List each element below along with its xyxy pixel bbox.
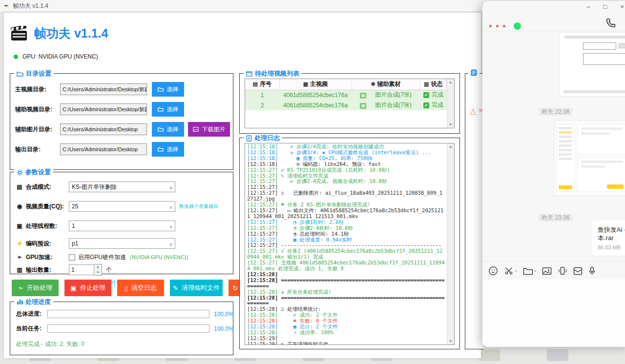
image-button[interactable] bbox=[542, 267, 552, 275]
download-images-button[interactable]: 下载图片 bbox=[188, 122, 230, 137]
scroll-up-icon[interactable]: ▲ bbox=[449, 80, 453, 84]
trash-icon: ▯ bbox=[125, 284, 128, 292]
current-task-progress-bar bbox=[47, 324, 209, 333]
close-button[interactable]: × bbox=[620, 3, 624, 11]
scroll-down-icon[interactable]: ▼ bbox=[449, 339, 453, 344]
log-line: [12:15:27] ▭ 输出文件: 4061d5885254cbec176a8… bbox=[247, 208, 445, 220]
clean-temp-files-button[interactable]: ✎清理临时文件 bbox=[170, 280, 223, 296]
rocket-icon: ➣ bbox=[18, 284, 23, 292]
clear-log-button[interactable]: ▯清空日志 bbox=[117, 280, 164, 296]
clapperboard-logo-icon bbox=[11, 26, 28, 41]
chat-window: – □ × 昨天 22:36 bbox=[482, 1, 625, 347]
gpu-accel-label: ➣GPU加速: bbox=[16, 253, 69, 262]
spin-up-icon[interactable]: ▲ bbox=[94, 264, 102, 270]
quality-icon: ◉ bbox=[16, 203, 23, 210]
log-line: [12:15:29] ✎ 正在清理临时文件... bbox=[247, 342, 445, 345]
spin-down-icon[interactable]: ▼ bbox=[94, 270, 102, 275]
table-scrollbar[interactable]: ▲▼ bbox=[447, 79, 454, 128]
overall-progress-percent: 100.0% bbox=[214, 311, 234, 318]
stop-icon: ▣ bbox=[70, 284, 76, 292]
log-scrollbar[interactable]: ▲▼ bbox=[447, 143, 454, 344]
choose-aux-image-dir-button[interactable]: 选择 bbox=[152, 122, 184, 137]
nudge-button[interactable] bbox=[558, 266, 567, 275]
threads-select[interactable]: 1˅ bbox=[69, 221, 175, 231]
warning-icon: △ bbox=[470, 107, 476, 116]
desktop: { "colors": { "accent_blue": "#1e88e5", … bbox=[0, 0, 625, 364]
log-line: [12:15:28] =============================… bbox=[247, 295, 445, 307]
chevron-down-icon: ˅ bbox=[169, 203, 172, 212]
chevron-down-icon: ˅ bbox=[169, 222, 172, 231]
overall-progress-bar bbox=[47, 310, 209, 318]
check-icon: ✔ bbox=[423, 102, 429, 108]
minimize-button[interactable]: – bbox=[586, 3, 590, 11]
table-row[interactable]: 2 4061d5885254cbec176a ▦图片合成(7张) ✔完成 bbox=[245, 100, 447, 110]
output-count-stepper[interactable]: ▲▼ bbox=[94, 264, 102, 276]
log-line: [12:15:27] ▯ 已删除图片: ai_flux_18a8a403_202… bbox=[247, 190, 445, 202]
message-history-button[interactable] bbox=[573, 267, 583, 275]
table-row[interactable]: 1 4061d5885254cbec176a ▦图片合成(7张) ✔完成 bbox=[245, 90, 447, 100]
mode-icon: ▤ bbox=[16, 183, 23, 190]
choose-aux-video-dir-button[interactable]: 选择 bbox=[152, 102, 184, 117]
file-name: 鱼快发Ai -W本.rar bbox=[598, 225, 625, 242]
threads-label: ▣处理线程数: bbox=[16, 222, 69, 230]
compose-mode-label: ▤合成模式: bbox=[16, 183, 69, 191]
output-count-input[interactable]: 1 bbox=[69, 264, 94, 275]
scroll-up-icon[interactable]: ▲ bbox=[449, 144, 453, 149]
instructions-icon bbox=[471, 69, 477, 76]
start-processing-button[interactable]: ➣开始处理 bbox=[12, 280, 59, 296]
image-message[interactable] bbox=[559, 32, 625, 97]
aux-image-dir-input[interactable]: C:/Users/Administrator/Desktop bbox=[60, 123, 147, 135]
chat-message-input[interactable] bbox=[482, 279, 625, 347]
video-quality-label: ◉视频质量(CQ): bbox=[16, 202, 69, 211]
main-video-dir-input[interactable]: C:/Users/Administrator/Desktop/新建 bbox=[60, 83, 147, 95]
col-main-video[interactable]: ▦主视频 bbox=[279, 79, 352, 90]
stop-processing-button[interactable]: ▣停止处理 bbox=[64, 280, 111, 296]
col-no[interactable]: ▤序号 bbox=[245, 79, 279, 90]
log-console[interactable]: [12:15:18] ✔ 步骤2/4完成: 临时实拍视频创建成功 [12:15:… bbox=[245, 143, 455, 345]
output-dir-input[interactable]: C:/Users/Administrator/Desktop bbox=[60, 143, 147, 155]
preset-select[interactable]: p1˅ bbox=[69, 238, 175, 249]
maximize-button[interactable]: □ bbox=[604, 3, 607, 11]
directory-settings-panel: 目录设置 主视频目录: C:/Users/Administrator/Deskt… bbox=[10, 73, 233, 170]
emoji-button[interactable] bbox=[488, 266, 498, 276]
file-message[interactable]: 鱼快发Ai -W本.rar 86.03 MB bbox=[592, 221, 625, 256]
red-dot-icon bbox=[496, 25, 499, 27]
broom-icon: ✎ bbox=[173, 284, 178, 292]
check-icon: ✔ bbox=[423, 92, 429, 98]
panel-title: 参数设置 bbox=[25, 168, 51, 177]
screenshot-button[interactable]: ˅ bbox=[504, 266, 517, 275]
desktop-icon bbox=[547, 349, 568, 361]
choose-output-dir-button[interactable]: 选择 bbox=[152, 142, 184, 157]
scroll-down-icon[interactable]: ▼ bbox=[449, 122, 453, 127]
parameter-settings-panel: 参数设置 ▤合成模式: KS-图片单张删除˅ ◉视频质量(CQ): 25˅ 数值… bbox=[10, 172, 233, 274]
col-aux-material[interactable]: ✾辅助素材 bbox=[352, 79, 420, 90]
folder-icon bbox=[158, 87, 164, 92]
message-timestamp: 昨天 22:36 bbox=[482, 108, 625, 116]
image-message[interactable] bbox=[554, 120, 625, 196]
chat-toolbar: ˅ ˅ bbox=[488, 266, 596, 276]
image-icon bbox=[193, 127, 199, 132]
palette-icon: ✾ bbox=[371, 81, 375, 87]
threads-icon: ▣ bbox=[16, 222, 23, 229]
reset-icon: ↻ bbox=[232, 284, 238, 292]
log-line: [12:15:27] √ 任务2 (4061d5885254cbec176a8c… bbox=[247, 248, 445, 260]
action-button-row: ➣开始处理 ▣停止处理 ▯清空日志 ✎清理临时文件 ↻重置设置 bbox=[12, 280, 272, 296]
preset-icon: ⚡ bbox=[16, 240, 23, 247]
aux-video-dir-input[interactable]: C:/Users/Administrator/Desktop/新建 bbox=[60, 103, 147, 115]
compose-mode-select[interactable]: KS-图片单张删除˅ bbox=[69, 182, 175, 192]
choose-main-video-dir-button[interactable]: 选择 bbox=[152, 82, 184, 97]
phone-call-icon[interactable] bbox=[605, 18, 616, 28]
rocket-icon: ➣ bbox=[16, 254, 23, 261]
voice-button[interactable] bbox=[588, 266, 596, 276]
file-button[interactable]: ˅ bbox=[523, 267, 537, 275]
col-status[interactable]: ▥状态 bbox=[420, 79, 447, 90]
log-line: [12:15:27] 主视频 4061d5885254cbec176a8c2b5… bbox=[247, 260, 445, 272]
panel-title: 处理日志 bbox=[254, 134, 280, 142]
chevron-down-icon: ˅ bbox=[515, 269, 517, 273]
output-dir-label: 输出目录: bbox=[15, 145, 60, 154]
chevron-down-icon: ˅ bbox=[169, 183, 172, 192]
video-quality-select[interactable]: 25˅ bbox=[69, 201, 175, 212]
log-document-icon bbox=[246, 135, 252, 142]
gpu-accel-checkbox[interactable] bbox=[69, 254, 75, 261]
aux-image-dir-label: 辅助图片目录: bbox=[15, 125, 60, 134]
